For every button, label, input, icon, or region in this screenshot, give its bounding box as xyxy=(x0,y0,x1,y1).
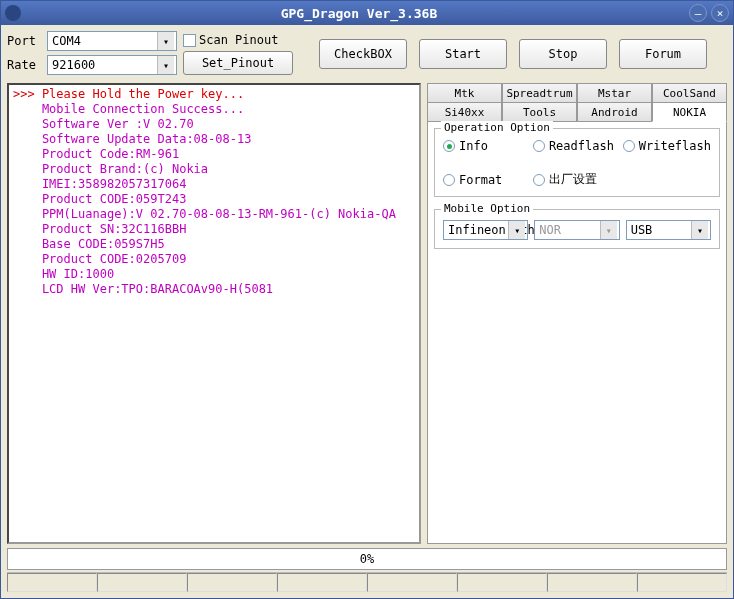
log-output: >>> Please Hold the Power key... Mobile … xyxy=(7,83,421,544)
operation-option-group: Operation Option InfoReadflashWriteflash… xyxy=(434,128,720,197)
port-label: Port xyxy=(7,34,47,48)
scan-pinout-label: Scan Pinout xyxy=(199,33,278,47)
stop-button[interactable]: Stop xyxy=(519,39,607,69)
scan-pinout-checkbox[interactable] xyxy=(183,34,196,47)
log-line: Product Code:RM-961 xyxy=(13,147,415,162)
radio-format[interactable]: Format xyxy=(443,171,527,188)
mode-select[interactable]: NOR xyxy=(534,220,619,240)
operation-legend: Operation Option xyxy=(441,121,553,134)
checkbox-button[interactable]: CheckBOX xyxy=(319,39,407,69)
log-line: Software Update Data:08-08-13 xyxy=(13,132,415,147)
log-line: IMEI:358982057317064 xyxy=(13,177,415,192)
tab-mstar[interactable]: Mstar xyxy=(577,83,652,103)
tab-spreadtrum[interactable]: Spreadtrum xyxy=(502,83,577,103)
log-line: Product CODE:0205709 xyxy=(13,252,415,267)
tab-coolsand[interactable]: CoolSand xyxy=(652,83,727,103)
radio-info[interactable]: Info xyxy=(443,139,527,153)
port-select[interactable]: COM4 xyxy=(47,31,177,51)
log-line: LCD HW Ver:TPO:BARACOAv90-H(5081 xyxy=(13,282,415,297)
mobile-legend: Mobile Option xyxy=(441,202,533,215)
log-line: >>> Please Hold the Power key... xyxy=(13,87,415,102)
radio-label: 出厂设置 xyxy=(549,171,597,188)
log-line: PPM(Luanage):V 02.70-08-08-13-RM-961-(c)… xyxy=(13,207,415,222)
tab-mtk[interactable]: Mtk xyxy=(427,83,502,103)
radio-icon xyxy=(623,140,635,152)
tabs-row-2: Si40xxToolsAndroidNOKIA xyxy=(427,102,727,121)
radio-label: Readflash xyxy=(549,139,614,153)
radio-icon xyxy=(533,174,545,186)
log-line: Mobile Connection Success... xyxy=(13,102,415,117)
chip-select[interactable]: Infineon(Others) xyxy=(443,220,528,240)
conn-select[interactable]: USB xyxy=(626,220,711,240)
log-line: Product CODE:059T243 xyxy=(13,192,415,207)
start-button[interactable]: Start xyxy=(419,39,507,69)
radio-label: Format xyxy=(459,173,502,187)
forum-button[interactable]: Forum xyxy=(619,39,707,69)
radio-writeflash[interactable]: Writeflash xyxy=(623,139,711,153)
close-button[interactable]: × xyxy=(711,4,729,22)
tab-nokia[interactable]: NOKIA xyxy=(652,102,727,122)
mobile-option-group: Mobile Option Infineon(Others) NOR USB xyxy=(434,209,720,249)
tabs-row-1: MtkSpreadtrumMstarCoolSand xyxy=(427,83,727,102)
window-title: GPG_Dragon Ver_3.36B xyxy=(29,6,689,21)
titlebar: GPG_Dragon Ver_3.36B – × xyxy=(1,1,733,25)
status-bar xyxy=(7,572,727,592)
radio-label: Info xyxy=(459,139,488,153)
minimize-button[interactable]: – xyxy=(689,4,707,22)
radio-icon xyxy=(533,140,545,152)
log-line: Product Brand:(c) Nokia xyxy=(13,162,415,177)
tab-android[interactable]: Android xyxy=(577,102,652,122)
tab-tools[interactable]: Tools xyxy=(502,102,577,122)
log-line: Base CODE:059S7H5 xyxy=(13,237,415,252)
rate-label: Rate xyxy=(7,58,47,72)
radio-出厂设置[interactable]: 出厂设置 xyxy=(533,171,617,188)
radio-label: Writeflash xyxy=(639,139,711,153)
progress-text: 0% xyxy=(360,552,374,566)
radio-icon xyxy=(443,140,455,152)
radio-readflash[interactable]: Readflash xyxy=(533,139,617,153)
app-icon xyxy=(5,5,21,21)
radio-icon xyxy=(443,174,455,186)
rate-select[interactable]: 921600 xyxy=(47,55,177,75)
progress-bar: 0% xyxy=(7,548,727,570)
log-line: HW ID:1000 xyxy=(13,267,415,282)
log-line: Product SN:32C116BBH xyxy=(13,222,415,237)
tab-si40xx[interactable]: Si40xx xyxy=(427,102,502,122)
set-pinout-button[interactable]: Set_Pinout xyxy=(183,51,293,75)
log-line: Software Ver :V 02.70 xyxy=(13,117,415,132)
